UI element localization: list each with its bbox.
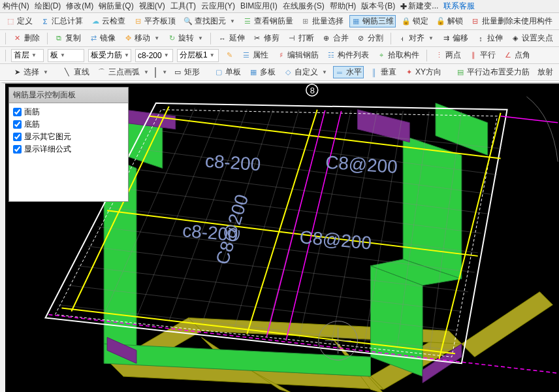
svg-line-50 [286, 111, 342, 341]
plus-icon: ✚ [400, 2, 407, 11]
view-rebar-button[interactable]: ☰查看钢筋量 [241, 15, 295, 27]
align-button[interactable]: ⫞对齐▼ [396, 32, 436, 44]
extend-icon: ↔ [218, 34, 227, 43]
checkbox-row-top-rebar[interactable]: 面筋 [12, 106, 125, 118]
checkbox-top-rebar[interactable] [13, 108, 22, 116]
svg-marker-4 [462, 292, 552, 357]
chevron-down-icon: ▼ [124, 52, 129, 58]
category-dropdown[interactable]: 板▼ [48, 49, 84, 62]
menu-help[interactable]: 帮助(H) [330, 1, 357, 12]
menu-tools[interactable]: 工具(T) [170, 1, 196, 12]
menu-component[interactable]: 构件(N) [3, 1, 29, 12]
xy-direction-button[interactable]: ✦XY方向 [402, 66, 443, 78]
chevron-down-icon[interactable]: ▼ [162, 69, 167, 75]
split-icon: ⊘ [357, 34, 366, 43]
horizontal-button[interactable]: ═水平 [333, 66, 364, 78]
toolbar-edit: ✕删除 ⧉复制 ⇄镜像 ✥移动▼ ↻旋转▼ ↔延伸 ✂修剪 ⊣打断 ⊕合并 ⊘分… [0, 30, 559, 47]
floor-dropdown[interactable]: 首层▼ [11, 49, 44, 62]
sum-calc-button[interactable]: Σ汇总计算 [39, 15, 85, 27]
contact-support[interactable]: 联系客服 [443, 1, 475, 12]
custom-button[interactable]: ◇自定义▼ [281, 66, 329, 78]
3d-icon: ▦ [351, 17, 360, 26]
parallel-edge-icon: ▤ [456, 68, 465, 77]
menu-cloud[interactable]: 云应用(Y) [201, 1, 235, 12]
arc3p-button[interactable]: ⌒三点画弧▼ [95, 66, 151, 78]
subcategory-dropdown[interactable]: 板受力筋▼ [88, 49, 131, 62]
split-button[interactable]: ⊘分割 [355, 32, 385, 44]
checkbox-detail-formula[interactable] [13, 145, 22, 154]
node-label: 8 [310, 86, 315, 95]
view-rebar-icon: ☰ [243, 17, 252, 26]
chevron-down-icon: ▼ [210, 52, 215, 58]
toolbar-component: 首层▼ 板▼ 板受力筋▼ c8-200▼ 分层板1▼ ✎ ☰属性 ♯编辑钢筋 ☷… [0, 47, 559, 64]
new-variable-button[interactable]: ✚新建变... [400, 1, 438, 12]
rebar-label: c8-200 [204, 151, 261, 175]
define-button[interactable]: ⬚定义 [4, 15, 35, 27]
3d-viewport[interactable]: 钢筋显示控制面板 面筋 底筋 显示其它图元 显示详细公式 [0, 82, 559, 392]
trim-button[interactable]: ✂修剪 [251, 32, 281, 44]
checkbox-row-detail-formula[interactable]: 显示详细公式 [12, 143, 125, 155]
grip-button[interactable]: ◈设置夹点 [509, 32, 555, 44]
rect-button[interactable]: ▭矩形 [171, 66, 202, 78]
layer-dropdown[interactable]: 分层板1▼ [177, 49, 219, 62]
parallel-button[interactable]: ∥平行 [467, 49, 498, 61]
toolbar-draw: ➤选择▼ ╲直线 ⌒三点画弧▼ ▼ ▭矩形 ▢单板 ▦多板 ◇自定义▼ ═水平 … [0, 64, 559, 81]
vertical-button[interactable]: ║垂直 [368, 66, 398, 78]
chevron-down-icon: ▼ [144, 69, 149, 75]
color-swatch[interactable] [155, 67, 156, 78]
checkbox-row-other-elements[interactable]: 显示其它图元 [12, 131, 125, 143]
single-board-button[interactable]: ▢单板 [212, 66, 243, 78]
spec-dropdown[interactable]: c8-200▼ [135, 49, 173, 62]
unlock-button[interactable]: 🔓解锁 [434, 15, 465, 27]
menu-bim[interactable]: BIM应用(I) [240, 1, 278, 12]
menu-modify[interactable]: 修改(M) [66, 1, 93, 12]
menu-online[interactable]: 在线服务(S) [283, 1, 325, 12]
checkbox-row-bottom-rebar[interactable]: 底筋 [12, 118, 125, 131]
level-top-button[interactable]: ⊟平齐板顶 [131, 15, 178, 27]
line-button[interactable]: ╲直线 [61, 66, 91, 78]
offset-icon: ⇉ [441, 34, 451, 43]
batch-delete-button[interactable]: ⊟批量删除未使用构件 [469, 15, 554, 27]
cloud-check-button[interactable]: ☁云检查 [89, 15, 127, 27]
menu-view[interactable]: 视图(V) [139, 1, 165, 12]
find-element-button[interactable]: 🔍查找图元▼ [182, 15, 237, 27]
rebar-3d-button[interactable]: ▦钢筋三维 [349, 15, 396, 27]
batch-select-button[interactable]: ⊞批量选择 [299, 15, 345, 27]
delete-button[interactable]: ✕删除 [11, 32, 42, 44]
brush-button[interactable]: ✎ [223, 50, 236, 61]
menu-rebar-qty[interactable]: 钢筋量(Q) [99, 1, 133, 12]
merge-button[interactable]: ⊕合并 [320, 32, 351, 44]
edit-rebar-button[interactable]: ♯编辑钢筋 [274, 49, 321, 61]
move-button[interactable]: ✥移动▼ [121, 32, 161, 44]
separator [426, 50, 427, 61]
rotate-button[interactable]: ↻旋转▼ [165, 32, 205, 44]
stretch-button[interactable]: ↕拉伸 [474, 32, 505, 44]
two-point-button[interactable]: ⋮两点 [432, 49, 463, 61]
menu-version[interactable]: 版本号(B) [361, 1, 395, 12]
multi-board-button[interactable]: ▦多板 [247, 66, 278, 78]
svg-marker-10 [403, 136, 462, 279]
menu-draw[interactable]: 绘图(D) [35, 1, 61, 12]
parallel-icon: ∥ [469, 51, 478, 60]
edit-rebar-icon: ♯ [276, 51, 285, 60]
offset-button[interactable]: ⇉偏移 [439, 32, 470, 44]
properties-button[interactable]: ☰属性 [240, 49, 270, 61]
checkbox-bottom-rebar[interactable] [13, 120, 22, 129]
chevron-down-icon: ▼ [322, 69, 327, 75]
parallel-edge-button[interactable]: ▤平行边布置受力筋 [454, 66, 532, 78]
break-button[interactable]: ⊣打断 [285, 32, 316, 44]
delete-icon: ✕ [13, 34, 22, 43]
mirror-button[interactable]: ⇄镜像 [87, 32, 118, 44]
extend-button[interactable]: ↔延伸 [216, 32, 247, 44]
separator [47, 33, 48, 44]
two-point-icon: ⋮ [434, 51, 443, 60]
radial-button[interactable]: 放射 [535, 66, 555, 78]
point-angle-button[interactable]: ∠点角 [502, 49, 532, 61]
checkbox-other-elements[interactable] [13, 133, 22, 141]
select-button[interactable]: ➤选择▼ [10, 66, 50, 78]
component-list-button[interactable]: ☷构件列表 [325, 49, 371, 61]
lock-button[interactable]: 🔒锁定 [400, 15, 430, 27]
pick-element-button[interactable]: ⌖拾取构件 [375, 49, 421, 61]
chevron-down-icon: ▼ [164, 52, 169, 58]
copy-button[interactable]: ⧉复制 [52, 32, 83, 44]
